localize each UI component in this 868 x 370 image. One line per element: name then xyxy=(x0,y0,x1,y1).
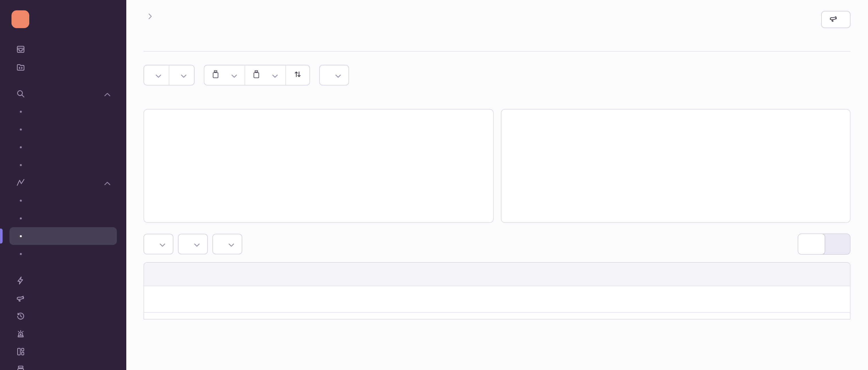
swap-releases-button[interactable] xyxy=(285,65,309,85)
charts-row xyxy=(144,109,850,223)
sidebar-item-dashboards[interactable] xyxy=(9,343,117,361)
date-range-filter[interactable] xyxy=(169,65,194,85)
spans-event-toggle xyxy=(798,233,850,255)
sidebar-item-performance[interactable] xyxy=(9,272,117,290)
span-controls-row xyxy=(144,233,850,255)
release-1-selector[interactable] xyxy=(205,65,245,85)
sidebar-item-projects[interactable] xyxy=(9,58,117,76)
bullet-icon xyxy=(16,107,26,116)
releases-icon xyxy=(16,365,26,370)
table-row-partial xyxy=(144,312,850,319)
sidebar-item-explore[interactable] xyxy=(9,85,117,103)
chevron-down-icon xyxy=(160,239,165,249)
sidebar-item-traces[interactable] xyxy=(9,103,117,121)
device-class-filter[interactable] xyxy=(179,234,207,254)
dashboards-icon xyxy=(16,347,26,357)
clock-icon xyxy=(16,311,26,321)
legend-item-r2[interactable] xyxy=(489,144,494,149)
env-date-filter-group xyxy=(144,65,195,86)
sidebar-item-crons[interactable] xyxy=(9,307,117,325)
sidebar xyxy=(0,0,126,370)
projects-icon xyxy=(16,62,26,72)
nav-spacer xyxy=(0,263,126,272)
app-start-type-group xyxy=(319,65,349,86)
bullet-icon xyxy=(16,213,26,223)
sidebar-item-mobile[interactable] xyxy=(9,227,117,245)
table-header xyxy=(144,263,850,286)
stats-row xyxy=(144,98,850,101)
topbar xyxy=(144,11,850,28)
sidebar-item-replays[interactable] xyxy=(9,138,117,156)
operation-filter[interactable] xyxy=(144,234,173,254)
sidebar-item-backend[interactable] xyxy=(9,209,117,227)
chevron-up-icon[interactable] xyxy=(104,89,111,99)
release-icon xyxy=(253,70,260,80)
chevron-down-icon xyxy=(231,71,237,80)
main-content xyxy=(126,0,868,370)
user-menu[interactable] xyxy=(0,10,126,28)
line-chart-plot xyxy=(179,128,489,179)
geo-region-filter[interactable] xyxy=(213,234,242,254)
chevron-up-icon[interactable] xyxy=(104,178,111,188)
bullet-icon xyxy=(16,249,26,259)
sidebar-item-alerts[interactable] xyxy=(9,325,117,343)
table-row xyxy=(144,286,850,312)
release-compare-group xyxy=(204,65,310,86)
pulse-icon xyxy=(16,178,26,188)
legend-dot xyxy=(489,144,494,149)
sidebar-item-profiles[interactable] xyxy=(9,121,117,138)
device-class-filter-group xyxy=(178,234,208,255)
sidebar-item-insights[interactable] xyxy=(9,174,117,192)
average-cold-start-card xyxy=(144,109,494,223)
sidebar-item-ai[interactable] xyxy=(9,245,117,263)
avatar xyxy=(11,10,29,28)
release-2-selector[interactable] xyxy=(245,65,285,85)
environment-filter[interactable] xyxy=(144,65,169,85)
bar-chart xyxy=(509,130,842,202)
bar-chart-plot xyxy=(522,130,843,192)
stat-change xyxy=(324,98,385,101)
sidebar-item-discover[interactable] xyxy=(9,156,117,174)
chevron-down-icon xyxy=(272,71,278,80)
chevron-down-icon xyxy=(228,239,234,249)
sidebar-item-issues[interactable] xyxy=(9,40,117,58)
legend-item-r2[interactable] xyxy=(846,144,850,149)
sidebar-item-releases[interactable] xyxy=(9,361,117,370)
give-feedback-button[interactable] xyxy=(821,11,850,28)
sidebar-nav xyxy=(0,40,126,370)
bullet-icon xyxy=(16,125,26,134)
chevron-down-icon xyxy=(335,71,341,80)
app-start-type-filter[interactable] xyxy=(320,65,348,85)
megaphone-icon xyxy=(829,14,838,25)
spans-table xyxy=(144,262,850,319)
chevron-down-icon xyxy=(156,71,161,80)
siren-icon xyxy=(16,329,26,339)
swap-icon xyxy=(293,70,302,80)
bullet-icon xyxy=(16,160,26,170)
chevron-down-icon xyxy=(194,239,200,249)
by-spans-toggle[interactable] xyxy=(798,233,825,255)
release-icon xyxy=(212,70,219,80)
span-filters xyxy=(144,234,242,255)
legend-dot xyxy=(846,144,850,149)
sidebar-item-user-feedback[interactable] xyxy=(9,290,117,307)
by-event-toggle[interactable] xyxy=(825,234,850,254)
geo-region-filter-group xyxy=(212,234,242,255)
stat-avg-cold-start-r2 xyxy=(233,98,324,101)
line-chart xyxy=(154,128,483,200)
stat-avg-cold-start-r1 xyxy=(144,98,233,101)
lightning-icon xyxy=(16,276,26,285)
nav-spacer xyxy=(0,76,126,85)
sidebar-item-frontend[interactable] xyxy=(9,192,117,209)
bullet-icon xyxy=(16,196,26,205)
chevron-down-icon xyxy=(181,71,187,80)
stat-count-r1 xyxy=(385,98,443,101)
cold-start-device-distribution-card xyxy=(501,109,850,223)
breadcrumb xyxy=(144,13,157,20)
chevron-right-icon xyxy=(148,13,152,20)
search-icon xyxy=(16,89,26,99)
issues-icon xyxy=(16,44,26,54)
operation-filter-group xyxy=(144,234,174,255)
app-root xyxy=(0,0,868,370)
tab-bar xyxy=(144,44,850,52)
